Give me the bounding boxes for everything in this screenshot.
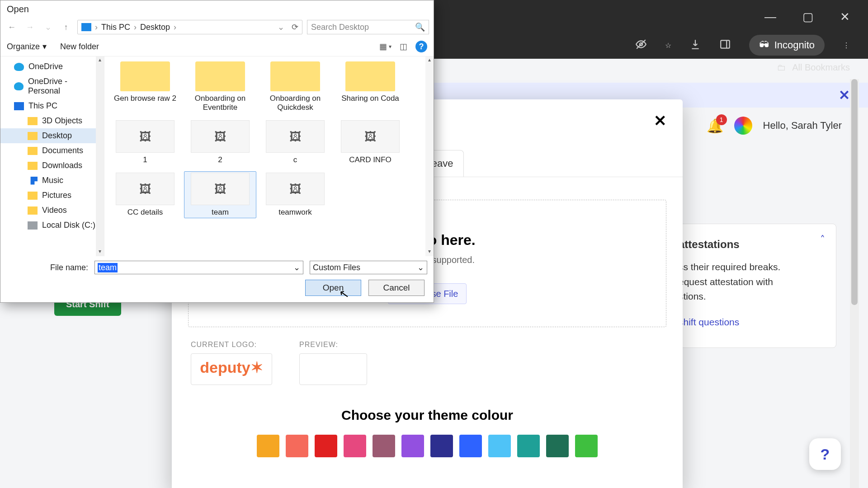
theme-swatch[interactable] [344,435,366,457]
file-item[interactable]: 🖼team [184,171,256,218]
window-minimize-icon[interactable]: — [764,10,776,24]
file-item[interactable]: 🖼teamwork [259,171,331,218]
nav-back-icon[interactable]: ← [5,20,19,34]
help-fab[interactable]: ? [809,438,841,470]
theme-swatch[interactable] [430,435,453,457]
organize-menu[interactable]: Organize ▾ [7,42,47,52]
scroll-up-icon[interactable]: ▴ [96,56,104,65]
file-item[interactable]: Onboarding on Quickdesk [259,60,331,113]
theme-swatch[interactable] [401,435,424,457]
tree-label: Local Disk (C:) [42,221,95,230]
nav-up-icon[interactable]: ↑ [59,20,73,34]
file-item[interactable]: Onboarding on Eventbrite [184,60,256,113]
open-button[interactable]: Open [305,280,361,296]
attestations-card: ˄ attestations ss their required breaks.… [665,224,836,348]
tree-item[interactable]: This PC [0,99,104,113]
file-item[interactable]: Gen browse raw 2 [109,60,181,113]
tree-item[interactable]: Downloads [0,158,104,173]
filetype-select[interactable]: Custom Files ⌄ [310,261,427,274]
theme-swatch[interactable] [257,435,279,457]
file-label: Sharing on Coda [335,94,405,103]
chevron-down-icon[interactable]: ⌄ [293,263,300,272]
chevron-down-icon: ▾ [42,42,47,52]
avatar[interactable] [734,117,752,135]
files-scrollbar[interactable]: ▴ ▾ [425,56,434,256]
cancel-button[interactable]: Cancel [368,280,425,296]
incognito-label: Incognito [774,39,815,51]
tree-item[interactable]: Desktop [0,128,104,143]
tree-item[interactable]: 3D Objects [0,113,104,128]
crumb-desktop[interactable]: Desktop [140,23,170,32]
folder-icon [345,61,395,91]
file-label: teamwork [260,208,330,217]
star-icon[interactable]: ☆ [665,41,671,50]
image-thumb: 🖼 [191,173,250,205]
card-line: equest attestation with [679,275,822,290]
tree-item[interactable]: Videos [0,203,104,218]
file-item[interactable]: 🖼2 [184,119,256,166]
filename-input[interactable]: team ⌄ [94,261,303,274]
kebab-icon[interactable]: ⋮ [843,41,850,50]
theme-swatch[interactable] [315,435,337,457]
theme-swatch[interactable] [575,435,598,457]
scroll-down-icon[interactable]: ▾ [96,248,104,256]
folder-icon [195,61,245,91]
view-mode-button[interactable]: ▦ ▾ [379,42,392,52]
disk-icon [28,221,38,230]
new-folder-button[interactable]: New folder [60,42,99,52]
filename-label: File name: [7,263,88,272]
scroll-up-icon[interactable]: ▴ [425,56,434,65]
fold-icon [28,206,38,215]
tree-item[interactable]: Pictures [0,188,104,203]
settings-close-icon[interactable]: ✕ [654,112,666,130]
preview-pane-button[interactable]: ◫ [400,42,407,52]
tree-item[interactable]: Local Disk (C:) [0,218,104,233]
theme-swatch[interactable] [286,435,308,457]
page-scrollbar-thumb[interactable] [851,79,858,305]
theme-swatch[interactable] [373,435,395,457]
fold-icon [28,147,38,155]
fold-icon [28,192,38,200]
nav-forward-icon[interactable]: → [23,20,37,34]
file-item[interactable]: 🖼c [259,119,331,166]
tree-item[interactable]: OneDrive - Personal [0,74,104,99]
file-item[interactable]: 🖼CARD INFO [334,119,406,166]
search-icon: 🔍 [415,22,425,32]
all-bookmarks[interactable]: All Bookmarks [792,62,850,73]
eye-off-icon[interactable] [635,38,647,52]
pc-icon [81,23,91,31]
chevron-up-icon[interactable]: ˄ [820,232,825,248]
shift-questions-link[interactable]: shift questions [679,315,739,330]
file-pane[interactable]: Gen browse raw 2Onboarding on Eventbrite… [104,56,434,256]
breadcrumb[interactable]: › This PC › Desktop › ⌄ ⟳ [77,20,302,34]
tree-item[interactable]: Music [0,173,104,188]
search-input[interactable]: Search Desktop 🔍 [307,20,429,34]
chevron-down-icon[interactable]: ⌄ [278,22,284,32]
incognito-chip[interactable]: 🕶 Incognito [749,35,825,56]
window-close-icon[interactable]: ✕ [840,10,850,24]
file-item[interactable]: Sharing on Coda [334,60,406,113]
tree-scrollbar[interactable]: ▴ ▾ [96,56,104,256]
bell-icon[interactable]: 🔔 1 [707,118,723,134]
fold-icon [28,162,38,170]
folder-tree[interactable]: OneDriveOneDrive - PersonalThis PC3D Obj… [0,56,104,256]
window-restore-icon[interactable]: ▢ [802,10,814,24]
theme-swatch[interactable] [546,435,569,457]
theme-swatch[interactable] [459,435,482,457]
scroll-down-icon[interactable]: ▾ [425,248,434,256]
theme-swatch[interactable] [517,435,540,457]
file-item[interactable]: 🖼1 [109,119,181,166]
help-icon[interactable]: ? [415,41,427,52]
theme-swatch[interactable] [488,435,511,457]
tree-item[interactable]: Documents [0,143,104,158]
refresh-icon[interactable]: ⟳ [292,22,298,32]
sidepanel-icon[interactable] [719,38,731,52]
tree-item[interactable]: OneDrive [0,59,104,74]
download-icon[interactable] [689,38,701,52]
file-item[interactable]: 🖼CC details [109,171,181,218]
banner-close-icon[interactable]: ✕ [839,87,850,103]
crumb-thispc[interactable]: This PC [101,23,130,32]
page-scrollbar[interactable] [850,79,859,488]
preview-box [299,353,367,385]
nav-recent-icon[interactable]: ⌄ [41,20,55,34]
